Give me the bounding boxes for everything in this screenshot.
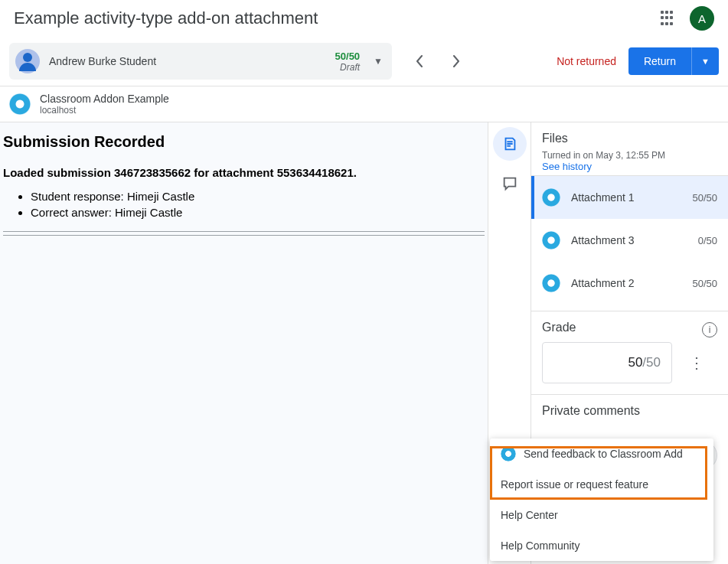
attachment-row[interactable]: Attachment 2 50/50: [531, 262, 728, 305]
menu-help-center[interactable]: Help Center: [490, 500, 713, 530]
attachment-name: Attachment 1: [571, 191, 681, 204]
see-history-link[interactable]: See history: [542, 161, 717, 172]
private-comments-heading: Private comments: [542, 404, 717, 418]
files-heading: Files: [542, 132, 717, 145]
menu-label: Help Community: [501, 540, 579, 552]
attachment-name: Attachment 2: [571, 277, 681, 289]
chevron-down-icon: ▼: [374, 56, 383, 67]
divider: [3, 235, 485, 236]
menu-label: Send feedback to Classroom Add: [524, 448, 683, 460]
submission-bullet: Correct answer: Himeji Castle: [31, 206, 485, 219]
addon-subtitle: localhost: [40, 105, 169, 116]
menu-label: Report issue or request feature: [501, 478, 648, 491]
menu-send-feedback[interactable]: Send feedback to Classroom Add: [490, 438, 713, 469]
return-dropdown-button[interactable]: ▼: [691, 47, 719, 75]
grade-more-button[interactable]: ⋮: [683, 349, 710, 377]
grade-heading: Grade: [542, 321, 717, 334]
submission-heading: Submission Recorded: [3, 133, 485, 151]
picker-grade: 50/50: [335, 51, 361, 62]
attachment-row[interactable]: Attachment 3 0/50: [531, 219, 728, 262]
info-icon[interactable]: i: [702, 322, 717, 337]
attachment-icon: [542, 274, 560, 292]
grade-denominator: /50: [642, 355, 661, 370]
menu-label: Help Center: [501, 509, 558, 521]
status-not-returned: Not returned: [557, 55, 616, 67]
attachment-list: Attachment 1 50/50 Attachment 3 0/50 Att…: [531, 176, 728, 311]
tab-comments[interactable]: [493, 167, 527, 200]
grade-input[interactable]: 50/50: [542, 342, 672, 383]
prev-student-button[interactable]: [410, 52, 429, 70]
addon-iframe-panel: Submission Recorded Loaded submission 34…: [0, 122, 488, 564]
turned-in-text: Turned in on May 3, 12:55 PM: [542, 150, 717, 161]
help-menu-popup: Send feedback to Classroom Add Report is…: [490, 438, 713, 561]
submission-bullet: Student response: Himeji Castle: [31, 190, 485, 203]
addon-logo-icon: [9, 93, 31, 115]
student-name: Andrew Burke Student: [49, 55, 335, 67]
addon-title: Classroom Addon Example: [40, 93, 169, 105]
attachment-grade: 0/50: [698, 235, 717, 246]
grade-value: 50: [628, 355, 642, 370]
return-button[interactable]: Return: [628, 47, 691, 75]
student-picker[interactable]: Andrew Burke Student 50/50 Draft ▼: [9, 43, 392, 80]
page-title: Example activity-type add-on attachment: [14, 8, 318, 28]
menu-help-community[interactable]: Help Community: [490, 530, 713, 561]
attachment-name: Attachment 3: [571, 234, 687, 246]
picker-draft-label: Draft: [335, 62, 361, 73]
submission-loaded-line: Loaded submission 346723835662 for attac…: [3, 166, 485, 179]
attachment-row[interactable]: Attachment 1 50/50: [531, 176, 728, 219]
attachment-icon: [542, 231, 560, 249]
attachment-icon: [542, 188, 560, 207]
menu-report-issue[interactable]: Report issue or request feature: [490, 469, 713, 500]
attachment-grade: 50/50: [692, 278, 717, 289]
addon-logo-icon: [501, 446, 516, 461]
attachment-grade: 50/50: [692, 192, 717, 204]
apps-icon[interactable]: [661, 11, 676, 26]
tab-files[interactable]: [493, 127, 527, 161]
divider: [3, 231, 485, 232]
next-student-button[interactable]: [447, 52, 465, 70]
person-icon: [15, 49, 40, 73]
account-avatar[interactable]: A: [690, 6, 714, 31]
